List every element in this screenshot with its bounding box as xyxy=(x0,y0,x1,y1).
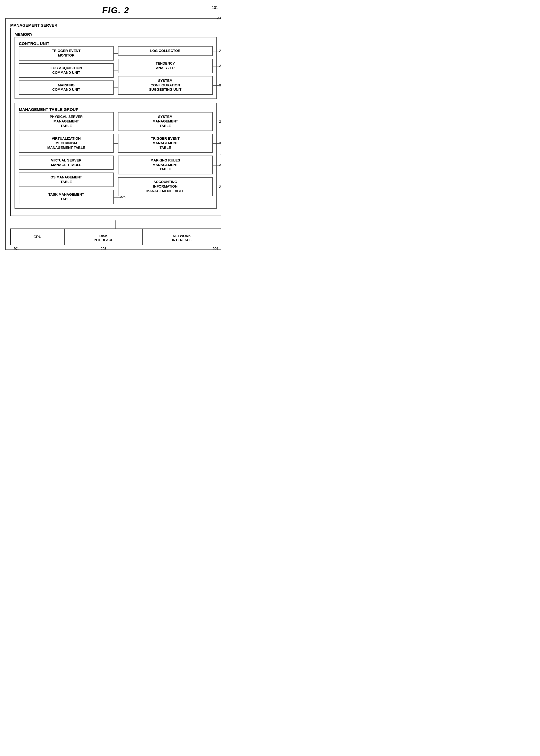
tendency-analyzer-box: TENDENCYANALYZER xyxy=(118,59,213,73)
accounting-info-wrapper: ACCOUNTINGINFORMATIONMANAGEMENT TABLE 22… xyxy=(118,177,213,196)
virtualization-box: VIRTUALIZATIONMECHANISMMANAGEMENT TABLE xyxy=(19,134,114,153)
os-management-wrapper: OS MANAGEMENTTABLE 224 xyxy=(19,173,114,187)
management-server-box: MANAGEMENT SERVER 202 MEMORY CONTROL UNI… xyxy=(5,18,221,250)
control-unit-box: CONTROL UNIT ⌒ 110 TRIGGER EVENTMONITOR … xyxy=(15,37,217,99)
physical-server-wrapper: PHYSICAL SERVERMANAGEMENTTABLE 221 xyxy=(19,112,114,131)
management-table-group-label: MANAGEMENT TABLE GROUP xyxy=(19,107,78,112)
bottom-hardware-section: CPU 201 DISKINTERFACE 203 NETWORKINTERFA… xyxy=(10,228,221,245)
tendency-analyzer-wrapper: TENDENCYANALYZER 214 xyxy=(118,59,213,73)
cpu-ref: 201 xyxy=(13,247,19,251)
management-table-grid: PHYSICAL SERVERMANAGEMENTTABLE 221 VIRTU… xyxy=(19,112,213,204)
marking-rules-wrapper: MARKING RULESMANAGEMENTTABLE 228 xyxy=(118,156,213,175)
network-top xyxy=(143,229,221,231)
ref-line-228 xyxy=(213,165,221,166)
marking-command-wrapper: MARKINGCOMMAND UNIT 212 xyxy=(19,80,114,95)
marking-command-label: MARKINGCOMMAND UNIT xyxy=(52,83,80,92)
virtualization-wrapper: VIRTUALIZATIONMECHANISMMANAGEMENT TABLE … xyxy=(19,134,114,153)
virtual-server-box: VIRTUAL SERVERMANAGER TABLE xyxy=(19,156,114,170)
tendency-analyzer-label: TENDENCYANALYZER xyxy=(156,62,175,70)
control-left-col: TRIGGER EVENTMONITOR 210 LOG ACQUISITION… xyxy=(19,46,114,95)
network-interface-ref: 204 xyxy=(213,247,218,251)
control-unit-label: CONTROL UNIT xyxy=(19,41,49,46)
virtual-server-label: VIRTUAL SERVERMANAGER TABLE xyxy=(51,158,81,167)
log-acquisition-box: LOG ACQUISITIONCOMMAND UNIT xyxy=(19,63,114,78)
cpu-section: CPU 201 xyxy=(11,229,65,245)
title-area: FIG. 2 101 xyxy=(5,5,221,15)
ref-line-229 xyxy=(213,187,221,187)
disk-interface-ref: 203 xyxy=(101,247,106,251)
task-management-box: TASK MANAGEMENTTABLE xyxy=(19,190,114,204)
trigger-event-monitor-box: TRIGGER EVENTMONITOR xyxy=(19,46,114,61)
network-interface-label: NETWORKINTERFACE xyxy=(172,234,192,242)
control-right-col: LOG COLLECTOR 213 TENDENCYANALYZER 214 xyxy=(118,46,213,95)
system-management-box: SYSTEMMANAGEMENTTABLE xyxy=(118,112,213,131)
task-management-label: TASK MANAGEMENTTABLE xyxy=(49,192,84,201)
management-table-group-box: MANAGEMENT TABLE GROUP ⌒ 111 PHYSICAL SE… xyxy=(15,103,217,208)
memory-box: MEMORY CONTROL UNIT ⌒ 110 TRIGGER EVENTM… xyxy=(10,28,221,216)
physical-server-box: PHYSICAL SERVERMANAGEMENTTABLE xyxy=(19,112,114,131)
os-management-label: OS MANAGEMENTTABLE xyxy=(51,175,82,184)
network-interface-box: NETWORKINTERFACE xyxy=(143,231,221,245)
task-management-wrapper: TASK MANAGEMENTTABLE 225 xyxy=(19,190,114,204)
management-table-ref-arrow: ⌒ 111 xyxy=(220,153,221,158)
log-collector-wrapper: LOG COLLECTOR 213 xyxy=(118,46,213,56)
disk-top xyxy=(65,229,142,231)
page-title: FIG. 2 xyxy=(102,5,129,15)
management-server-label: MANAGEMENT SERVER xyxy=(10,23,57,28)
system-management-wrapper: SYSTEMMANAGEMENTTABLE 226 xyxy=(118,112,213,131)
main-ref: 101 xyxy=(212,5,218,10)
accounting-info-label: ACCOUNTINGINFORMATIONMANAGEMENT TABLE xyxy=(146,180,185,193)
management-server-ref: 202 xyxy=(217,16,221,20)
trigger-event-mgmt-label: TRIGGER EVENTMANAGEMENTTABLE xyxy=(151,136,180,150)
system-config-wrapper: SYSTEMCONFIGURATIONSUGGESTING UNIT 215 xyxy=(118,76,213,95)
ref-line-227 xyxy=(213,143,221,144)
virtualization-label: VIRTUALIZATIONMECHANISMMANAGEMENT TABLE xyxy=(47,136,85,150)
ref-line-213 xyxy=(213,51,221,52)
trigger-event-monitor-label: TRIGGER EVENTMONITOR xyxy=(52,49,80,57)
disk-interface-box: DISKINTERFACE xyxy=(65,231,142,245)
accounting-info-box: ACCOUNTINGINFORMATIONMANAGEMENT TABLE xyxy=(118,177,213,196)
table-left-col: PHYSICAL SERVERMANAGEMENTTABLE 221 VIRTU… xyxy=(19,112,114,204)
vertical-connector xyxy=(115,220,116,228)
ref-line-215 xyxy=(213,85,221,86)
os-management-box: OS MANAGEMENTTABLE xyxy=(19,173,114,187)
physical-server-label: PHYSICAL SERVERMANAGEMENTTABLE xyxy=(50,115,83,128)
log-acquisition-wrapper: LOG ACQUISITIONCOMMAND UNIT 211 xyxy=(19,63,114,78)
connector-area xyxy=(10,220,221,228)
trigger-event-monitor-wrapper: TRIGGER EVENTMONITOR 210 xyxy=(19,46,114,61)
virtual-server-wrapper: VIRTUAL SERVERMANAGER TABLE 223 xyxy=(19,156,114,170)
system-config-box: SYSTEMCONFIGURATIONSUGGESTING UNIT xyxy=(118,76,213,95)
network-section: NETWORKINTERFACE 204 xyxy=(143,229,221,245)
table-right-col: SYSTEMMANAGEMENTTABLE 226 TRIGGER EVENTM… xyxy=(118,112,213,204)
ref-line-214 xyxy=(213,66,221,66)
disk-interface-label: DISKINTERFACE xyxy=(94,234,114,242)
marking-rules-box: MARKING RULESMANAGEMENTTABLE xyxy=(118,156,213,175)
ref-line-226 xyxy=(213,122,221,122)
disk-section: DISKINTERFACE 203 xyxy=(65,229,143,245)
system-management-label: SYSTEMMANAGEMENTTABLE xyxy=(153,115,178,128)
log-collector-label: LOG COLLECTOR xyxy=(150,49,180,53)
page-wrapper: FIG. 2 101 MANAGEMENT SERVER 202 MEMORY … xyxy=(5,5,221,250)
control-unit-grid: TRIGGER EVENTMONITOR 210 LOG ACQUISITION… xyxy=(19,46,213,95)
trigger-event-mgmt-box: TRIGGER EVENTMANAGEMENTTABLE xyxy=(118,134,213,153)
cpu-label: CPU xyxy=(33,235,42,239)
trigger-event-mgmt-wrapper: TRIGGER EVENTMANAGEMENTTABLE 227 xyxy=(118,134,213,153)
marking-command-box: MARKINGCOMMAND UNIT xyxy=(19,80,114,95)
memory-label: MEMORY xyxy=(15,32,33,37)
log-collector-box: LOG COLLECTOR xyxy=(118,46,213,56)
system-config-label: SYSTEMCONFIGURATIONSUGGESTING UNIT xyxy=(149,78,182,92)
ref-line-225 xyxy=(114,197,124,197)
cpu-box: CPU xyxy=(11,229,64,245)
marking-rules-label: MARKING RULESMANAGEMENTTABLE xyxy=(151,158,180,172)
log-acquisition-label: LOG ACQUISITIONCOMMAND UNIT xyxy=(51,66,82,74)
